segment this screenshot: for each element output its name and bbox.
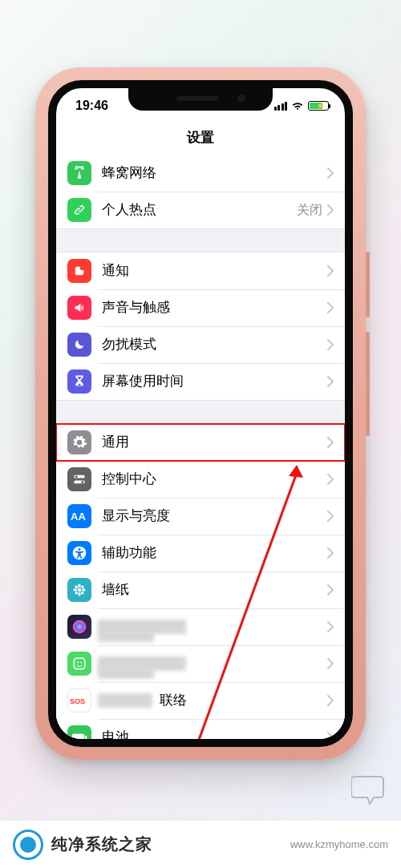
settings-row-notifications[interactable]: 通知 bbox=[56, 252, 345, 289]
redacted-label bbox=[98, 693, 152, 708]
settings-row-siri[interactable] bbox=[56, 608, 345, 645]
watermark-logo-icon bbox=[13, 830, 43, 860]
speaker-icon bbox=[67, 296, 91, 320]
svg-point-20 bbox=[77, 662, 79, 664]
svg-rect-23 bbox=[72, 733, 84, 741]
row-label: 辅助功能 bbox=[102, 544, 327, 562]
row-label: 勿扰模式 bbox=[102, 336, 327, 353]
status-time: 19:46 bbox=[75, 99, 108, 113]
notification-icon bbox=[67, 259, 91, 283]
svg-point-10 bbox=[78, 584, 80, 588]
chevron-right-icon bbox=[327, 302, 334, 313]
svg-rect-24 bbox=[85, 736, 87, 740]
settings-row-general[interactable]: 通用 bbox=[56, 424, 345, 461]
svg-point-17 bbox=[81, 591, 84, 595]
wifi-icon bbox=[291, 101, 304, 111]
row-label: 电池 bbox=[102, 729, 327, 746]
svg-point-13 bbox=[82, 588, 86, 591]
row-label: 显示与亮度 bbox=[102, 507, 327, 525]
chevron-right-icon bbox=[327, 658, 334, 669]
signal-icon bbox=[274, 102, 288, 111]
svg-point-5 bbox=[81, 481, 83, 483]
chevron-right-icon bbox=[327, 376, 334, 387]
svg-text:SOS: SOS bbox=[70, 697, 85, 705]
svg-point-8 bbox=[79, 548, 81, 551]
chevron-right-icon bbox=[327, 168, 334, 179]
svg-point-16 bbox=[75, 591, 78, 595]
settings-row-cellular[interactable]: 蜂窝网络 bbox=[56, 155, 345, 192]
svg-point-1 bbox=[80, 265, 85, 270]
chevron-right-icon bbox=[327, 265, 334, 277]
watermark-footer: 纯净系统之家 www.kzmyhome.com bbox=[0, 820, 401, 868]
row-label: 屏幕使用时间 bbox=[102, 373, 327, 390]
row-label: 通知 bbox=[102, 262, 327, 280]
chevron-right-icon bbox=[327, 695, 334, 706]
settings-row-faceid[interactable] bbox=[56, 645, 345, 682]
speech-bubble-icon bbox=[351, 773, 387, 805]
row-label: 控制中心 bbox=[102, 470, 327, 488]
svg-point-18 bbox=[73, 620, 87, 634]
svg-point-21 bbox=[80, 662, 82, 664]
antenna-icon bbox=[67, 161, 91, 185]
settings-row-screentime[interactable]: 屏幕使用时间 bbox=[56, 363, 345, 400]
watermark-brand: 纯净系统之家 bbox=[51, 834, 152, 855]
chevron-right-icon bbox=[327, 732, 334, 743]
chevron-right-icon bbox=[327, 584, 334, 595]
settings-row-sos[interactable]: SOS联络 bbox=[56, 682, 345, 719]
svg-point-14 bbox=[75, 585, 78, 588]
phone-screen: 19:46 ⚡ 设置 蜂窝网络个人热点关闭通知声音与触感勿扰模式屏幕使用时间通用… bbox=[48, 80, 353, 747]
settings-row-sounds[interactable]: 声音与触感 bbox=[56, 289, 345, 326]
watermark-url: www.kzmyhome.com bbox=[290, 838, 388, 850]
settings-row-wallpaper[interactable]: 墙纸 bbox=[56, 571, 345, 608]
svg-point-15 bbox=[81, 585, 84, 588]
chevron-right-icon bbox=[327, 621, 334, 632]
row-label: 个人热点 bbox=[102, 201, 297, 219]
flower-icon bbox=[67, 578, 91, 602]
group-separator bbox=[56, 228, 345, 252]
battery-icon bbox=[67, 725, 91, 747]
svg-point-12 bbox=[74, 588, 78, 591]
chevron-right-icon bbox=[327, 474, 334, 485]
settings-row-hotspot[interactable]: 个人热点关闭 bbox=[56, 192, 345, 228]
svg-rect-19 bbox=[74, 658, 85, 669]
row-label: 墙纸 bbox=[102, 581, 327, 599]
row-label: 通用 bbox=[102, 434, 327, 451]
svg-point-11 bbox=[78, 592, 80, 596]
chevron-right-icon bbox=[327, 511, 334, 522]
link-icon bbox=[67, 198, 91, 222]
group-separator bbox=[56, 400, 345, 424]
settings-row-display[interactable]: AA显示与亮度 bbox=[56, 498, 345, 535]
row-detail: 关闭 bbox=[297, 202, 322, 219]
row-label: 声音与触感 bbox=[102, 299, 327, 317]
svg-point-9 bbox=[78, 588, 82, 592]
moon-icon bbox=[67, 333, 91, 357]
settings-row-battery[interactable]: 电池 bbox=[56, 719, 345, 747]
chevron-right-icon bbox=[327, 437, 334, 448]
face-icon bbox=[67, 652, 91, 676]
svg-text:AA: AA bbox=[71, 511, 86, 523]
row-label: 蜂窝网络 bbox=[102, 164, 327, 182]
gear-icon bbox=[67, 430, 91, 454]
text-size-icon: AA bbox=[67, 504, 91, 528]
chevron-right-icon bbox=[327, 547, 334, 559]
svg-point-3 bbox=[75, 475, 78, 478]
chevron-right-icon bbox=[327, 204, 334, 216]
settings-list: 蜂窝网络个人热点关闭通知声音与触感勿扰模式屏幕使用时间通用控制中心AA显示与亮度… bbox=[56, 155, 345, 747]
siri-icon bbox=[67, 615, 91, 639]
chevron-right-icon bbox=[327, 339, 334, 350]
settings-row-dnd[interactable]: 勿扰模式 bbox=[56, 326, 345, 363]
page-title: 设置 bbox=[56, 123, 345, 155]
notch bbox=[128, 87, 273, 111]
accessibility-icon bbox=[67, 541, 91, 565]
switches-icon bbox=[67, 467, 91, 491]
settings-row-accessibility[interactable]: 辅助功能 bbox=[56, 535, 345, 571]
hourglass-icon bbox=[67, 369, 91, 394]
status-indicators: ⚡ bbox=[274, 101, 330, 111]
sos-icon: SOS bbox=[67, 688, 91, 713]
phone-frame: 19:46 ⚡ 设置 蜂窝网络个人热点关闭通知声音与触感勿扰模式屏幕使用时间通用… bbox=[35, 67, 366, 760]
battery-icon: ⚡ bbox=[308, 101, 329, 111]
settings-row-controlcenter[interactable]: 控制中心 bbox=[56, 461, 345, 498]
